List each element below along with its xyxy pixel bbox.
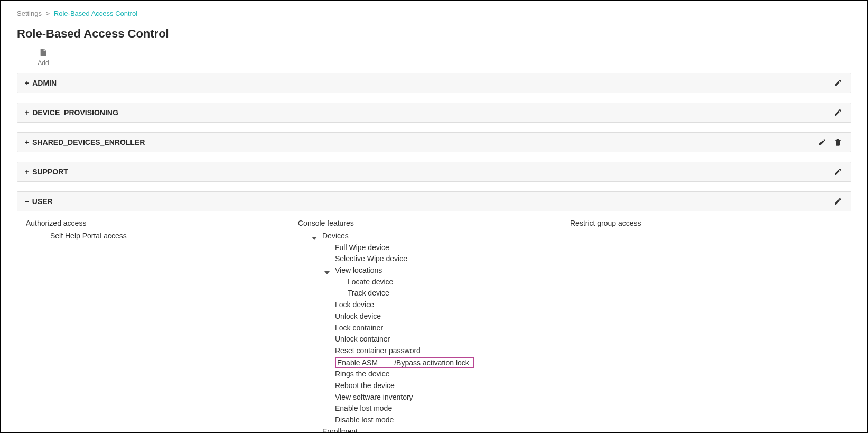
tree-item-locate-device[interactable]: Locate device [298, 277, 570, 288]
edit-button[interactable] [817, 137, 827, 148]
accordion-header-support[interactable]: + SUPPORT [17, 162, 851, 181]
accordion-device-provisioning: + DEVICE_PROVISIONING [17, 103, 851, 123]
edit-button[interactable] [833, 196, 843, 207]
breadcrumb-separator: > [46, 10, 50, 17]
tree-item-lock-container[interactable]: Lock container [298, 323, 570, 334]
tree-item-lock-device[interactable]: Lock device [298, 299, 570, 311]
authorized-access-heading: Authorized access [26, 219, 298, 227]
column-authorized-access: Authorized access Self Help Portal acces… [26, 219, 298, 433]
accordion-body-user: Authorized access Self Help Portal acces… [17, 211, 851, 433]
accordion-title-support: SUPPORT [32, 168, 68, 176]
restrict-group-access-heading: Restrict group access [570, 219, 842, 227]
add-button[interactable]: Add [33, 48, 54, 67]
column-console-features: Console features Devices Full Wipe devic… [298, 219, 570, 433]
pencil-icon [834, 79, 842, 87]
tree-item-unlock-device[interactable]: Unlock device [298, 311, 570, 323]
tree-item-track-device[interactable]: Track device [298, 288, 570, 299]
breadcrumb-root[interactable]: Settings [17, 10, 42, 17]
delete-button[interactable] [833, 137, 843, 148]
page-title: Role-Based Access Control [17, 27, 851, 41]
tree-item-full-wipe[interactable]: Full Wipe device [298, 242, 570, 254]
edit-button[interactable] [833, 167, 843, 177]
accordion-title-device-provisioning: DEVICE_PROVISIONING [32, 108, 118, 117]
console-features-heading: Console features [298, 219, 570, 227]
expand-icon: + [25, 108, 29, 117]
caret-down-icon [312, 429, 318, 433]
tree-item-unlock-container[interactable]: Unlock container [298, 334, 570, 345]
add-button-label: Add [38, 59, 49, 67]
accordion-header-user[interactable]: – USER [17, 192, 851, 211]
tree-item-rings-device[interactable]: Rings the device [298, 368, 570, 380]
accordion-header-shared-devices-enroller[interactable]: + SHARED_DEVICES_ENROLLER [17, 133, 851, 152]
accordion-title-user: USER [32, 197, 53, 206]
features-tree: Devices Full Wipe device Selective Wipe … [298, 231, 570, 433]
tree-item-reset-container-password[interactable]: Reset container password [298, 345, 570, 357]
column-restrict-group-access: Restrict group access [570, 219, 842, 433]
accordion-title-shared-devices-enroller: SHARED_DEVICES_ENROLLER [32, 138, 145, 146]
edit-button[interactable] [833, 107, 843, 118]
caret-down-icon [312, 233, 318, 239]
accordion-user: – USER Authorized access Self Help Porta… [17, 191, 851, 433]
breadcrumb-current[interactable]: Role-Based Access Control [54, 10, 137, 17]
breadcrumb: Settings > Role-Based Access Control [17, 10, 851, 17]
toolbar: Add [17, 48, 851, 67]
accordion-shared-devices-enroller: + SHARED_DEVICES_ENROLLER [17, 132, 851, 152]
highlight-box: Enable ASM /Bypass activation lock [335, 357, 474, 368]
authorized-access-item[interactable]: Self Help Portal access [26, 231, 298, 242]
caret-down-icon [324, 268, 331, 274]
collapse-icon: – [25, 197, 29, 206]
expand-icon: + [25, 168, 29, 176]
accordion-header-admin[interactable]: + ADMIN [17, 73, 851, 93]
pencil-icon [818, 138, 826, 146]
tree-node-view-locations[interactable]: View locations [298, 265, 570, 277]
tree-item-enable-lost-mode[interactable]: Enable lost mode [298, 403, 570, 414]
tree-item-enable-asm-bypass[interactable]: Enable ASM /Bypass activation lock [298, 357, 570, 369]
pencil-icon [834, 197, 842, 206]
tree-label: View locations [335, 265, 382, 277]
accordion-admin: + ADMIN [17, 73, 851, 93]
tree-label: Devices [322, 231, 349, 242]
accordion-header-device-provisioning[interactable]: + DEVICE_PROVISIONING [17, 103, 851, 122]
trash-icon [834, 138, 842, 146]
accordion-support: + SUPPORT [17, 162, 851, 182]
expand-icon: + [25, 79, 29, 87]
pencil-icon [834, 108, 842, 117]
tree-node-devices[interactable]: Devices [298, 231, 570, 242]
pencil-icon [834, 168, 842, 176]
expand-icon: + [25, 138, 29, 146]
tree-item-selective-wipe[interactable]: Selective Wipe device [298, 253, 570, 265]
add-icon [39, 48, 48, 59]
tree-item-disable-lost-mode[interactable]: Disable lost mode [298, 414, 570, 426]
edit-button[interactable] [833, 78, 843, 88]
tree-item-reboot-device[interactable]: Reboot the device [298, 380, 570, 392]
tree-node-enrollment[interactable]: Enrollment [298, 426, 570, 433]
tree-item-view-software-inventory[interactable]: View software inventory [298, 392, 570, 403]
tree-label: Enrollment [322, 426, 358, 433]
accordion-title-admin: ADMIN [32, 79, 57, 87]
